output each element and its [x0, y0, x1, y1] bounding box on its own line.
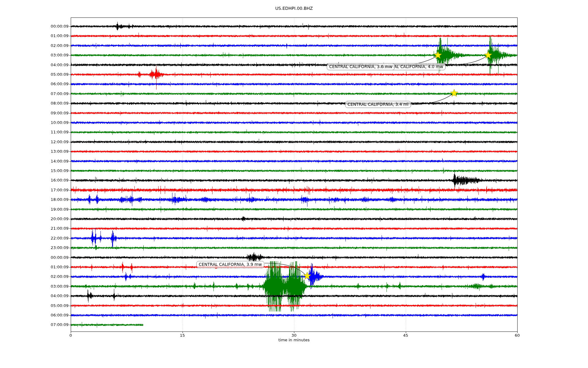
y-tick-label: 00:00:09: [31, 255, 69, 260]
seismogram-dayplot: US.EDHPI.00.BHZ 00:00:0901:00:0902:00:09…: [0, 0, 588, 368]
y-tick-label: 03:00:09: [31, 52, 69, 58]
x-tick-label: 60: [508, 333, 526, 338]
y-tick-label: 15:00:09: [31, 168, 69, 174]
y-tick-label: 06:00:09: [31, 81, 69, 87]
x-tick-label: 45: [397, 333, 415, 338]
y-tick-label: 16:00:09: [31, 178, 69, 183]
x-tick-label: 15: [173, 333, 192, 338]
y-tick-label: 08:00:09: [31, 101, 69, 106]
y-tick-label: 01:00:09: [31, 33, 69, 39]
y-tick-label: 00:00:09: [31, 24, 69, 29]
y-tick-label: 01:00:09: [31, 264, 69, 270]
y-tick-label: 07:00:09: [31, 91, 69, 97]
y-tick-label: 18:00:09: [31, 197, 69, 202]
y-tick-label: 06:00:09: [31, 312, 69, 318]
y-tick-label: 03:00:09: [31, 284, 69, 289]
y-tick-label: 20:00:09: [31, 216, 69, 222]
y-tick-label: 10:00:09: [31, 120, 69, 125]
y-tick-label: 22:00:09: [31, 236, 69, 241]
x-tick-label: 30: [285, 333, 303, 338]
event-annotation: CENTRAL CALIFORNIA, 3.4 ml: [345, 101, 411, 108]
y-tick-label: 04:00:09: [31, 293, 69, 299]
y-tick-label: 23:00:09: [31, 245, 69, 251]
y-tick-label: 21:00:09: [31, 226, 69, 231]
y-tick-label: 05:00:09: [31, 303, 69, 309]
y-tick-label: 07:00:09: [31, 322, 69, 328]
x-tick-label: 0: [62, 333, 80, 338]
seismogram-canvas: [0, 0, 588, 368]
y-tick-label: 05:00:09: [31, 72, 69, 77]
event-annotation: CENTRAL CALIFORNIA, 3.9 mw: [196, 261, 264, 268]
y-tick-label: 09:00:09: [31, 110, 69, 116]
event-annotation: CENTRAL CALIFORNIA, 3.6 mw: [327, 63, 395, 70]
x-axis-label: time in minutes: [248, 338, 340, 342]
y-tick-label: 13:00:09: [31, 149, 69, 154]
y-tick-label: 11:00:09: [31, 129, 69, 135]
y-tick-label: 14:00:09: [31, 159, 69, 164]
y-tick-label: 19:00:09: [31, 207, 69, 212]
y-tick-label: 12:00:09: [31, 139, 69, 145]
y-tick-label: 04:00:09: [31, 62, 69, 68]
y-tick-label: 17:00:09: [31, 187, 69, 193]
plot-title: US.EDHPI.00.BHZ: [0, 6, 588, 11]
y-tick-label: 02:00:09: [31, 274, 69, 279]
y-tick-label: 02:00:09: [31, 43, 69, 48]
